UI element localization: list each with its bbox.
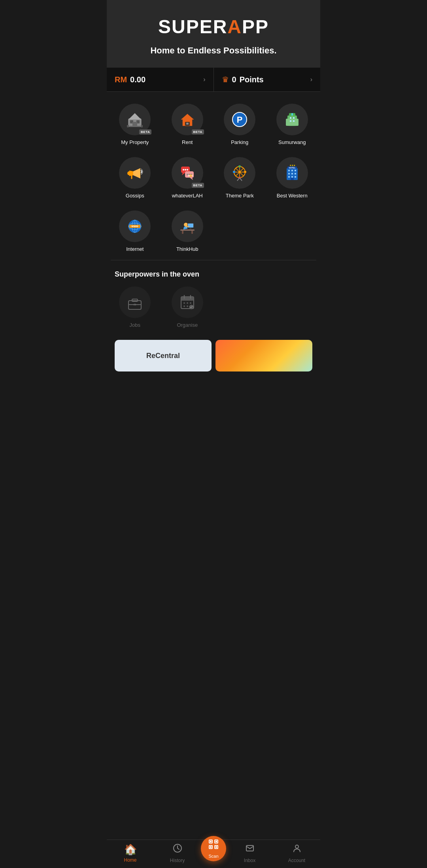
rm-balance[interactable]: RM 0.00 › xyxy=(107,68,214,91)
svg-point-96 xyxy=(295,845,299,848)
main-content: BETA My Property BETA Rent P xyxy=(107,92,320,423)
svg-rect-66 xyxy=(182,231,183,234)
svg-point-25 xyxy=(185,169,186,171)
svg-point-26 xyxy=(187,169,188,171)
svg-rect-53 xyxy=(295,176,296,178)
svg-point-81 xyxy=(183,302,185,304)
internet-item[interactable]: WWW Internet xyxy=(111,207,159,256)
crown-icon: ♛ xyxy=(222,75,229,84)
points-balance[interactable]: ♛ 0 Points › xyxy=(214,68,321,91)
rent-label: Rent xyxy=(182,139,193,145)
parking-icon-circle: P xyxy=(224,104,255,135)
svg-rect-93 xyxy=(215,841,217,842)
rm-amount: 0.00 xyxy=(130,75,145,84)
beta-badge-whateverlah: BETA xyxy=(192,183,204,188)
history-icon xyxy=(172,843,183,856)
jobs-label: Jobs xyxy=(130,322,140,328)
nav-inbox[interactable]: Inbox xyxy=(226,843,273,863)
nav-account[interactable]: Account xyxy=(273,843,320,863)
svg-rect-41 xyxy=(244,171,246,173)
home-icon: 🏠 xyxy=(124,843,137,856)
svg-point-83 xyxy=(190,302,191,304)
thinkhub-label: ThinkHub xyxy=(176,246,198,252)
svg-rect-67 xyxy=(191,231,193,234)
svg-rect-40 xyxy=(233,171,235,173)
gossips-item[interactable]: Gossips xyxy=(111,153,159,203)
scan-icon xyxy=(208,838,219,853)
svg-rect-18 xyxy=(290,120,291,122)
rent-item[interactable]: BETA Rent xyxy=(163,100,212,149)
promo-banner[interactable] xyxy=(215,340,312,371)
my-property-icon-circle: BETA xyxy=(119,104,151,135)
gossips-label: Gossips xyxy=(126,193,144,199)
svg-rect-48 xyxy=(288,173,290,174)
points-chevron: › xyxy=(310,76,312,83)
rm-label: RM xyxy=(115,75,127,84)
svg-point-82 xyxy=(187,302,188,304)
balance-bar: RM 0.00 › ♛ 0 Points › xyxy=(107,68,320,92)
app-logo: SUPERAPP xyxy=(115,16,312,38)
whateverlah-icon-circle: BETA BETA xyxy=(172,157,203,189)
nav-home-label: Home xyxy=(124,857,136,863)
rent-icon-circle: BETA xyxy=(172,104,203,135)
svg-rect-15 xyxy=(286,119,299,126)
organise-icon-circle xyxy=(172,286,203,318)
sumurwang-item[interactable]: Sumurwang xyxy=(268,100,317,149)
superpowers-title: Superpowers in the oven xyxy=(111,264,316,282)
account-icon xyxy=(292,843,302,856)
best-western-item[interactable]: HOTEL ★★★ Best Western xyxy=(268,153,317,203)
best-western-label: Best Western xyxy=(277,193,308,199)
app-tagline: Home to Endless Possibilities. xyxy=(115,45,312,56)
svg-point-68 xyxy=(184,223,188,227)
svg-point-85 xyxy=(187,305,188,307)
svg-rect-17 xyxy=(293,117,295,119)
thinkhub-item[interactable]: ThinkHub xyxy=(163,207,212,256)
svg-rect-46 xyxy=(291,170,293,171)
best-western-icon-circle: HOTEL ★★★ xyxy=(276,157,308,189)
parking-item[interactable]: P Parking xyxy=(215,100,264,149)
svg-rect-49 xyxy=(291,173,293,174)
nav-inbox-label: Inbox xyxy=(244,858,255,863)
sumurwang-icon-circle xyxy=(276,104,308,135)
svg-text:WWW: WWW xyxy=(132,225,138,227)
theme-park-label: Theme Park xyxy=(226,193,254,199)
nav-scan[interactable]: Scan xyxy=(201,836,226,861)
svg-rect-92 xyxy=(210,841,212,842)
superpowers-grid: Jobs xyxy=(111,282,316,332)
jobs-item[interactable]: Jobs xyxy=(111,282,159,332)
my-property-item[interactable]: BETA My Property xyxy=(111,100,159,149)
gossips-icon-circle xyxy=(119,157,151,189)
svg-rect-5 xyxy=(129,126,140,127)
svg-marker-4 xyxy=(128,113,141,119)
svg-rect-70 xyxy=(188,224,193,227)
svg-line-42 xyxy=(237,178,240,181)
svg-rect-65 xyxy=(180,229,195,231)
svg-text:BETA: BETA xyxy=(188,174,193,177)
organise-item[interactable]: Organise xyxy=(163,282,212,332)
section-divider xyxy=(111,260,316,260)
svg-point-84 xyxy=(183,305,185,307)
nav-history-label: History xyxy=(170,858,185,863)
rm-chevron: › xyxy=(203,76,205,83)
points-label: Points xyxy=(240,75,264,84)
whateverlah-label: whateverLAH xyxy=(172,193,203,199)
internet-label: Internet xyxy=(126,246,144,252)
svg-rect-52 xyxy=(291,176,293,178)
svg-rect-78 xyxy=(181,297,194,301)
nav-history[interactable]: History xyxy=(154,843,201,863)
svg-rect-19 xyxy=(293,120,295,122)
icon-grid-row1: BETA My Property BETA Rent P xyxy=(111,100,316,149)
my-property-label: My Property xyxy=(121,139,149,145)
internet-icon-circle: WWW xyxy=(119,210,151,242)
nav-home[interactable]: 🏠 Home xyxy=(107,843,154,863)
beta-badge-rent: BETA xyxy=(192,129,204,135)
svg-text:P: P xyxy=(237,115,243,125)
recentral-banner[interactable]: ReCentral xyxy=(115,340,212,371)
beta-badge-my-property: BETA xyxy=(139,129,151,135)
icon-grid-row3: WWW Internet xyxy=(111,207,316,256)
nav-scan-label: Scan xyxy=(208,854,218,859)
theme-park-item[interactable]: Theme Park xyxy=(215,153,264,203)
svg-rect-71 xyxy=(190,228,191,229)
whateverlah-item[interactable]: BETA BETA whateverLAH xyxy=(163,153,212,203)
svg-line-43 xyxy=(240,178,242,181)
